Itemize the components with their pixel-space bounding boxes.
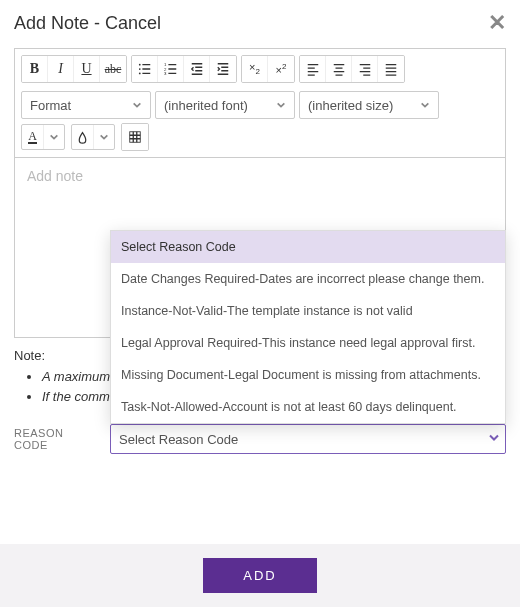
size-select-label: (inherited size) [308,98,393,113]
format-select[interactable]: Format [21,91,151,119]
editor-toolbar-row2: A [15,121,505,157]
close-icon[interactable]: ✕ [488,10,506,36]
svg-rect-36 [130,132,141,143]
italic-button[interactable]: I [48,56,74,82]
subscript-button[interactable]: ×2 [242,56,268,82]
modal-header: Add Note - Cancel ✕ [0,0,520,42]
indent-button[interactable] [210,56,236,82]
table-group [121,123,149,151]
droplet-icon [72,125,94,149]
align-left-button[interactable] [300,56,326,82]
reason-code-label: REASON CODE [14,427,100,451]
chevron-down-icon [276,98,286,113]
bullet-list-button[interactable] [132,56,158,82]
insert-table-button[interactable] [122,124,148,150]
size-select[interactable]: (inherited size) [299,91,439,119]
reason-code-value[interactable]: Select Reason Code [110,424,506,454]
align-group [299,55,405,83]
highlight-color-button[interactable] [71,124,115,150]
modal-title: Add Note - Cancel [14,13,161,34]
dropdown-scroll[interactable]: Select Reason Code Date Changes Required… [111,231,505,423]
svg-text:3: 3 [164,71,167,76]
modal-body: B I U abc 123 ×2 ×2 [0,42,520,544]
modal-footer: ADD [0,544,520,607]
text-style-group: B I U abc [21,55,127,83]
align-right-button[interactable] [352,56,378,82]
editor-toolbar: B I U abc 123 ×2 ×2 [15,49,505,121]
chevron-down-icon[interactable] [44,125,64,149]
chevron-down-icon [420,98,430,113]
underline-button[interactable]: U [74,56,100,82]
svg-point-4 [138,73,140,75]
reason-code-row: REASON CODE Select Reason Code Select Re… [14,424,506,454]
svg-point-2 [138,68,140,70]
dropdown-option[interactable]: Select Reason Code [111,231,505,263]
reason-code-select[interactable]: Select Reason Code Select Reason Code Da… [110,424,506,454]
format-select-label: Format [30,98,71,113]
svg-point-0 [138,64,140,66]
list-group: 123 [131,55,237,83]
dropdown-option[interactable]: Task-Not-Allowed-Account is not at least… [111,391,505,423]
dropdown-option[interactable]: Legal Approval Required-This instance ne… [111,327,505,359]
align-center-button[interactable] [326,56,352,82]
add-button[interactable]: ADD [203,558,316,593]
superscript-button[interactable]: ×2 [268,56,294,82]
add-note-modal: Add Note - Cancel ✕ B I U abc 123 ×2 [0,0,520,607]
numbered-list-button[interactable]: 123 [158,56,184,82]
strikethrough-button[interactable]: abc [100,56,126,82]
font-select-label: (inherited font) [164,98,248,113]
font-select[interactable]: (inherited font) [155,91,295,119]
align-justify-button[interactable] [378,56,404,82]
script-group: ×2 ×2 [241,55,295,83]
bold-button[interactable]: B [22,56,48,82]
chevron-down-icon[interactable] [94,125,114,149]
reason-code-dropdown: Select Reason Code Date Changes Required… [110,230,506,424]
text-color-button[interactable]: A [21,124,65,150]
chevron-down-icon [132,98,142,113]
dropdown-option[interactable]: Missing Document-Legal Document is missi… [111,359,505,391]
dropdown-option[interactable]: Date Changes Required-Dates are incorrec… [111,263,505,295]
text-color-icon: A [22,125,44,149]
dropdown-option[interactable]: Instance-Not-Valid-The template instance… [111,295,505,327]
outdent-button[interactable] [184,56,210,82]
